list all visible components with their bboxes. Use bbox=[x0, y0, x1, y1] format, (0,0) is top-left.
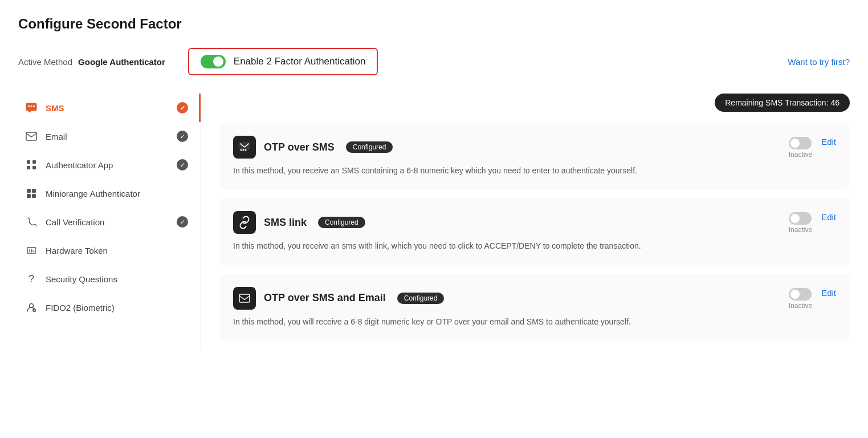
main-content: SMS ✓ Email ✓ bbox=[18, 94, 850, 350]
otp-sms-status: Inactive bbox=[789, 151, 812, 159]
authenticator-app-icon bbox=[25, 159, 38, 171]
sms-link-configured-badge: Configured bbox=[318, 217, 365, 228]
page-wrapper: Configure Second Factor Active Method Go… bbox=[0, 0, 868, 438]
svg-rect-4 bbox=[33, 106, 35, 107]
sidebar-call-label: Call Verification bbox=[46, 217, 169, 227]
sms-link-controls: Inactive Edit bbox=[789, 212, 836, 234]
svg-point-15 bbox=[32, 309, 36, 312]
enable-2fa-box[interactable]: Enable 2 Factor Authentication bbox=[188, 48, 378, 75]
svg-rect-7 bbox=[32, 160, 36, 164]
sidebar-sms-label: SMS bbox=[46, 103, 169, 113]
sidebar-item-security-questions[interactable]: ? Security Questions bbox=[18, 265, 195, 293]
method-otp-sms-header: OTP over SMS Configured bbox=[233, 136, 836, 159]
sms-link-toggle-group: Inactive bbox=[789, 212, 812, 234]
otp-sms-configured-badge: Configured bbox=[346, 141, 393, 153]
otp-sms-email-toggle[interactable] bbox=[789, 288, 812, 301]
otp-sms-email-controls: Inactive Edit bbox=[789, 288, 836, 310]
otp-sms-toggle-group: Inactive bbox=[789, 137, 812, 159]
otp-sms-email-icon bbox=[233, 287, 256, 310]
sidebar-miniorange-label: Miniorange Authenticator bbox=[46, 189, 188, 198]
method-card-otp-sms: OTP over SMS Configured In this method, … bbox=[219, 123, 850, 189]
sidebar-item-hardware-token[interactable]: Hardware Token bbox=[18, 236, 195, 265]
sms-link-title: SMS link bbox=[264, 217, 307, 229]
sidebar-item-sms[interactable]: SMS ✓ bbox=[18, 94, 195, 122]
svg-rect-20 bbox=[239, 294, 250, 302]
sms-link-icon bbox=[233, 211, 256, 234]
sms-link-status: Inactive bbox=[789, 226, 812, 234]
header-row: Active Method Google Authenticator Enabl… bbox=[18, 48, 850, 75]
sidebar-item-call-verification[interactable]: Call Verification ✓ bbox=[18, 208, 195, 236]
svg-rect-10 bbox=[27, 189, 31, 193]
sms-link-desc: In this method, you receive an sms with … bbox=[233, 240, 718, 252]
fido2-icon bbox=[25, 301, 38, 314]
miniorange-icon bbox=[25, 187, 38, 200]
svg-rect-16 bbox=[239, 142, 250, 150]
sidebar-email-label: Email bbox=[46, 132, 169, 141]
svg-rect-11 bbox=[32, 189, 36, 193]
call-icon bbox=[25, 216, 38, 228]
enable-2fa-label: Enable 2 Factor Authentication bbox=[234, 56, 366, 67]
active-method-label: Active Method bbox=[18, 57, 72, 67]
sidebar-item-authenticator-app[interactable]: Authenticator App ✓ bbox=[18, 151, 195, 179]
want-to-try-link[interactable]: Want to try first? bbox=[788, 57, 850, 67]
otp-sms-desc: In this method, you receive an SMS conta… bbox=[233, 164, 718, 177]
hardware-token-icon bbox=[25, 244, 38, 257]
sms-link-edit-button[interactable]: Edit bbox=[821, 212, 836, 222]
active-method-value: Google Authenticator bbox=[78, 57, 165, 67]
svg-point-18 bbox=[243, 149, 244, 151]
email-icon bbox=[25, 130, 38, 143]
sms-icon bbox=[25, 102, 38, 114]
sms-remaining-row: Remaining SMS Transaction: 46 bbox=[219, 94, 850, 112]
email-check: ✓ bbox=[177, 131, 188, 142]
sidebar-authenticator-label: Authenticator App bbox=[46, 160, 169, 170]
svg-rect-1 bbox=[28, 111, 31, 112]
enable-2fa-toggle[interactable] bbox=[201, 55, 226, 68]
otp-sms-icon bbox=[233, 136, 256, 159]
svg-point-17 bbox=[241, 149, 242, 151]
sms-link-toggle[interactable] bbox=[789, 212, 812, 225]
sidebar-hardware-label: Hardware Token bbox=[46, 246, 188, 256]
sidebar-item-miniorange[interactable]: Miniorange Authenticator bbox=[18, 179, 195, 208]
otp-sms-email-edit-button[interactable]: Edit bbox=[821, 288, 836, 298]
svg-rect-12 bbox=[27, 194, 31, 198]
otp-sms-email-title: OTP over SMS and Email bbox=[264, 292, 386, 304]
security-questions-icon: ? bbox=[25, 273, 38, 285]
authenticator-check: ✓ bbox=[177, 159, 188, 171]
method-card-sms-link: SMS link Configured In this method, you … bbox=[219, 198, 850, 265]
otp-sms-email-desc: In this method, you will receive a 6-8 d… bbox=[233, 315, 718, 328]
sidebar-item-email[interactable]: Email ✓ bbox=[18, 122, 195, 151]
otp-sms-email-configured-badge: Configured bbox=[397, 293, 445, 304]
call-check: ✓ bbox=[177, 216, 188, 228]
otp-sms-controls: Inactive Edit bbox=[789, 137, 836, 159]
svg-rect-0 bbox=[26, 103, 36, 111]
svg-rect-9 bbox=[32, 166, 36, 169]
sidebar-item-fido2[interactable]: FIDO2 (Biometric) bbox=[18, 293, 195, 322]
otp-sms-email-status: Inactive bbox=[789, 302, 812, 310]
otp-sms-title: OTP over SMS bbox=[264, 141, 335, 153]
sidebar: SMS ✓ Email ✓ bbox=[18, 94, 201, 350]
svg-rect-2 bbox=[28, 106, 30, 107]
otp-sms-email-toggle-group: Inactive bbox=[789, 288, 812, 310]
method-otp-sms-email-header: OTP over SMS and Email Configured bbox=[233, 287, 836, 310]
method-sms-link-header: SMS link Configured bbox=[233, 211, 836, 234]
content-area: Remaining SMS Transaction: 46 OTP ov bbox=[201, 94, 850, 350]
svg-rect-8 bbox=[27, 166, 30, 169]
sms-remaining-badge: Remaining SMS Transaction: 46 bbox=[715, 94, 850, 112]
svg-rect-3 bbox=[31, 106, 32, 107]
otp-sms-edit-button[interactable]: Edit bbox=[821, 137, 836, 147]
svg-rect-6 bbox=[27, 160, 30, 164]
page-title: Configure Second Factor bbox=[18, 16, 850, 32]
sidebar-fido2-label: FIDO2 (Biometric) bbox=[46, 303, 188, 313]
sidebar-security-label: Security Questions bbox=[46, 274, 188, 284]
svg-rect-5 bbox=[26, 132, 36, 140]
otp-sms-toggle[interactable] bbox=[789, 137, 812, 149]
svg-point-19 bbox=[245, 149, 247, 151]
method-card-otp-sms-email: OTP over SMS and Email Configured In thi… bbox=[219, 274, 850, 340]
sms-check: ✓ bbox=[177, 102, 188, 113]
svg-rect-13 bbox=[32, 194, 36, 198]
